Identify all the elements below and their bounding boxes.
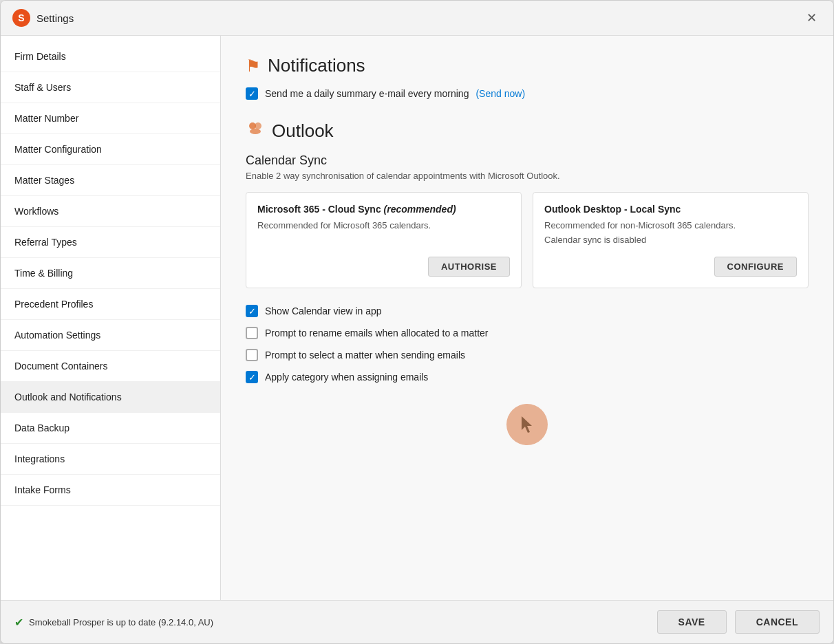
content-area: ⚑ Notifications ✓ Send me a daily summar… [221,36,833,600]
status-check-icon: ✔ [14,616,23,629]
footer-buttons: SAVE CANCEL [657,610,820,634]
svg-text:S: S [18,12,24,23]
sidebar-item-document-containers[interactable]: Document Containers [1,351,220,382]
loading-spinner [506,404,548,445]
outlook-header: Outlook [246,119,809,142]
outlook-icon [246,119,265,142]
sidebar-item-staff-users[interactable]: Staff & Users [1,72,220,103]
apply-category-label: Apply category when assigning emails [265,372,428,383]
notifications-header: ⚑ Notifications [246,55,809,76]
sidebar: Firm DetailsStaff & UsersMatter NumberMa… [1,36,221,600]
settings-window: S Settings ✕ Firm DetailsStaff & UsersMa… [0,0,834,644]
svg-marker-5 [522,416,532,433]
daily-summary-checkbox[interactable]: ✓ [246,87,258,100]
notifications-title: Notifications [268,55,365,76]
show-calendar-checkbox[interactable]: ✓ [246,305,258,317]
show-calendar-label: Show Calendar view in app [265,305,382,316]
cursor-icon [519,415,535,434]
daily-summary-check: ✓ [248,89,256,98]
authorise-button[interactable]: AUTHORISE [428,257,510,277]
sidebar-item-matter-number[interactable]: Matter Number [1,103,220,134]
outlook-desktop-card-desc: Recommended for non-Microsoft 365 calend… [544,220,797,230]
outlook-title: Outlook [272,120,334,142]
ms365-card-desc: Recommended for Microsoft 365 calendars. [257,220,510,230]
status-text: Smokeball Prosper is up to date (9.2.14.… [29,617,213,627]
sidebar-item-automation-settings[interactable]: Automation Settings [1,320,220,351]
sidebar-item-time-billing[interactable]: Time & Billing [1,258,220,289]
show-calendar-check: ✓ [248,307,256,316]
main-content: Firm DetailsStaff & UsersMatter NumberMa… [1,36,833,600]
footer: ✔ Smokeball Prosper is up to date (9.2.1… [1,600,833,643]
close-button[interactable]: ✕ [801,8,822,28]
apply-category-row: ✓ Apply category when assigning emails [246,371,809,383]
sidebar-item-intake-forms[interactable]: Intake Forms [1,475,220,506]
ms365-card: Microsoft 365 - Cloud Sync (recommended)… [246,192,522,288]
daily-summary-row: ✓ Send me a daily summary e-mail every m… [246,87,809,100]
sidebar-item-matter-configuration[interactable]: Matter Configuration [1,134,220,165]
calendar-sync-desc: Enable 2 way synchronisation of calendar… [246,171,809,181]
sidebar-item-outlook-notifications[interactable]: Outlook and Notifications [1,382,220,413]
sidebar-item-precedent-profiles[interactable]: Precedent Profiles [1,289,220,320]
ms365-card-title: Microsoft 365 - Cloud Sync (recommended) [257,204,510,215]
calendar-sync-title: Calendar Sync [246,153,809,168]
notifications-icon: ⚑ [246,56,261,76]
app-logo-icon: S [12,8,31,28]
spinner-overlay [246,404,809,445]
outlook-desktop-card-status: Calendar sync is disabled [544,235,797,245]
send-now-link[interactable]: (Send now) [475,88,525,99]
apply-category-checkbox[interactable]: ✓ [246,371,258,383]
svg-point-3 [255,122,261,129]
show-calendar-row: ✓ Show Calendar view in app [246,305,809,317]
prompt-select-label: Prompt to select a matter when sending e… [265,350,465,361]
title-bar-left: S Settings [12,8,74,28]
prompt-rename-label: Prompt to rename emails when allocated t… [265,328,489,339]
prompt-rename-row: Prompt to rename emails when allocated t… [246,327,809,339]
prompt-select-checkbox[interactable] [246,349,258,361]
sidebar-item-workflows[interactable]: Workflows [1,196,220,227]
cancel-button[interactable]: CANCEL [735,610,820,634]
sidebar-item-referral-types[interactable]: Referral Types [1,227,220,258]
sidebar-item-firm-details[interactable]: Firm Details [1,41,220,72]
sync-cards: Microsoft 365 - Cloud Sync (recommended)… [246,192,809,288]
outlook-section: Outlook Calendar Sync Enable 2 way synch… [246,119,809,445]
footer-status: ✔ Smokeball Prosper is up to date (9.2.1… [14,616,213,629]
svg-point-4 [250,129,261,134]
configure-button[interactable]: CONFIGURE [714,257,798,277]
sidebar-item-data-backup[interactable]: Data Backup [1,413,220,444]
sidebar-item-integrations[interactable]: Integrations [1,444,220,475]
save-button[interactable]: SAVE [657,610,727,634]
window-title: Settings [36,12,74,24]
prompt-select-row: Prompt to select a matter when sending e… [246,349,809,361]
sidebar-item-matter-stages[interactable]: Matter Stages [1,165,220,196]
apply-category-check: ✓ [248,373,256,382]
outlook-desktop-card: Outlook Desktop - Local Sync Recommended… [533,192,809,288]
daily-summary-label: Send me a daily summary e-mail every mor… [265,88,469,99]
prompt-rename-checkbox[interactable] [246,327,258,339]
title-bar: S Settings ✕ [1,1,833,36]
outlook-desktop-card-title: Outlook Desktop - Local Sync [544,204,797,215]
